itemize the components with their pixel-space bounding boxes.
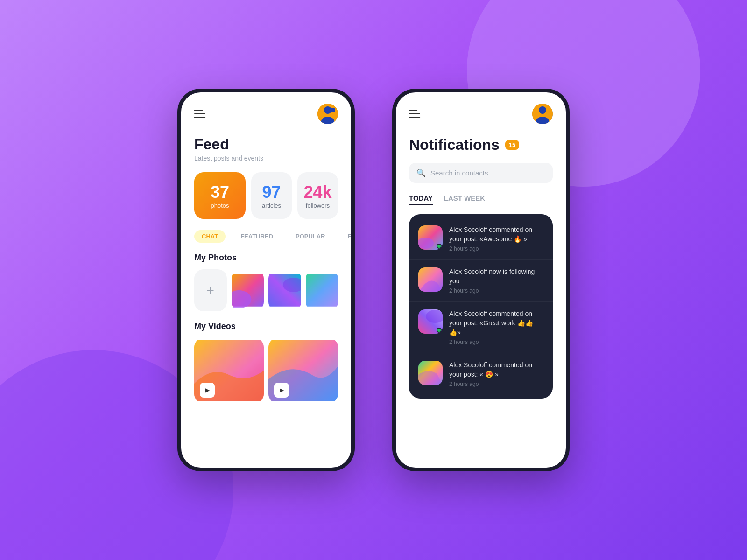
my-photos-title: My Photos [194, 253, 338, 263]
notif-avatar-2 [418, 267, 443, 292]
notif-time-3: 2 hours ago [449, 339, 543, 345]
search-placeholder: Search in contacts [430, 169, 488, 177]
notif-avatar-4 [418, 361, 443, 385]
stat-followers-label: followers [306, 202, 330, 209]
photo-thumb-3[interactable] [306, 269, 338, 311]
notif-time-1: 2 hours ago [449, 245, 543, 252]
tab-popular[interactable]: POPULAR [288, 230, 333, 243]
feed-subtitle: Latest posts and events [194, 154, 338, 162]
notifications-badge: 15 [505, 140, 519, 150]
add-photo-button[interactable]: + [194, 269, 227, 311]
tab-fo[interactable]: FO... [340, 230, 355, 243]
tab-chat[interactable]: CHAT [194, 230, 226, 243]
notif-item-1[interactable]: Alex Socoloff commented on your post: «A… [409, 218, 553, 259]
svg-rect-3 [330, 108, 335, 112]
stat-articles[interactable]: 97 articles [251, 172, 292, 219]
hamburger-menu-icon-2[interactable] [409, 110, 420, 118]
notifications-phone: Notifications 15 🔍 Search in contacts TO… [392, 89, 570, 471]
notif-msg-2: Alex Socoloff now is following you [449, 267, 543, 286]
notif-msg-3: Alex Socoloff commented on your post: «G… [449, 309, 543, 337]
avatar[interactable] [317, 104, 338, 124]
online-indicator-3 [437, 328, 442, 333]
stat-photos[interactable]: 37 photos [194, 172, 246, 219]
notif-text-3: Alex Socoloff commented on your post: «G… [449, 309, 543, 345]
notif-time-2: 2 hours ago [449, 287, 543, 294]
notif-item-3[interactable]: Alex Socoloff commented on your post: «G… [409, 301, 553, 353]
phones-container: Feed Latest posts and events 37 photos 9… [177, 89, 570, 471]
notif-msg-4: Alex Socoloff commented on your post: « … [449, 361, 543, 379]
photo-thumb-2[interactable] [268, 269, 301, 311]
stat-articles-num: 97 [262, 182, 281, 202]
notifications-title: Notifications [409, 136, 500, 154]
stats-row: 37 photos 97 articles 24k followers [194, 172, 338, 219]
tab-featured[interactable]: FEATURED [233, 230, 281, 243]
photo-thumb-1[interactable] [232, 269, 264, 311]
notif-msg-1: Alex Socoloff commented on your post: «A… [449, 225, 543, 244]
notif-item-4[interactable]: Alex Socoloff commented on your post: « … [409, 353, 553, 395]
phone2-header [396, 92, 566, 129]
video-thumb-2[interactable]: ▶ [268, 338, 338, 403]
notification-list: Alex Socoloff commented on your post: «A… [409, 214, 553, 399]
phone1-header [181, 92, 351, 129]
avatar-2[interactable] [532, 104, 553, 124]
notification-tabs: TODAY LAST WEEK [409, 194, 553, 205]
online-indicator-1 [437, 244, 442, 249]
feed-content: Feed Latest posts and events 37 photos 9… [181, 129, 351, 411]
notif-avatar-1 [418, 225, 443, 250]
photos-row: + [194, 269, 338, 311]
notif-avatar-3 [418, 309, 443, 334]
video-thumb-1[interactable]: ▶ [194, 338, 264, 403]
svg-point-12 [539, 106, 546, 114]
stat-followers-num: 24k [303, 182, 331, 202]
tab-today[interactable]: TODAY [409, 194, 433, 205]
tabs-row: CHAT FEATURED POPULAR FO... [194, 230, 338, 243]
stat-followers[interactable]: 24k followers [297, 172, 338, 219]
stat-photos-num: 37 [211, 182, 229, 202]
notifications-content: Notifications 15 🔍 Search in contacts TO… [396, 129, 566, 468]
videos-row: ▶ [194, 338, 338, 403]
notif-text-2: Alex Socoloff now is following you 2 hou… [449, 267, 543, 294]
feed-phone: Feed Latest posts and events 37 photos 9… [177, 89, 355, 471]
tab-last-week[interactable]: LAST WEEK [444, 194, 485, 205]
notif-time-4: 2 hours ago [449, 381, 543, 387]
stat-photos-label: photos [211, 202, 229, 209]
notif-item-2[interactable]: Alex Socoloff now is following you 2 hou… [409, 259, 553, 301]
search-bar[interactable]: 🔍 Search in contacts [409, 163, 553, 183]
play-button-2[interactable]: ▶ [274, 383, 289, 398]
feed-title: Feed [194, 136, 338, 153]
notif-text-4: Alex Socoloff commented on your post: « … [449, 361, 543, 387]
play-button-1[interactable]: ▶ [200, 383, 215, 398]
hamburger-menu-icon[interactable] [194, 110, 205, 118]
search-icon: 🔍 [416, 168, 426, 177]
stat-articles-label: articles [262, 202, 281, 209]
svg-rect-8 [306, 274, 338, 307]
my-videos-title: My Videos [194, 322, 338, 331]
notif-text-1: Alex Socoloff commented on your post: «A… [449, 225, 543, 252]
notifications-header-row: Notifications 15 [409, 136, 553, 154]
